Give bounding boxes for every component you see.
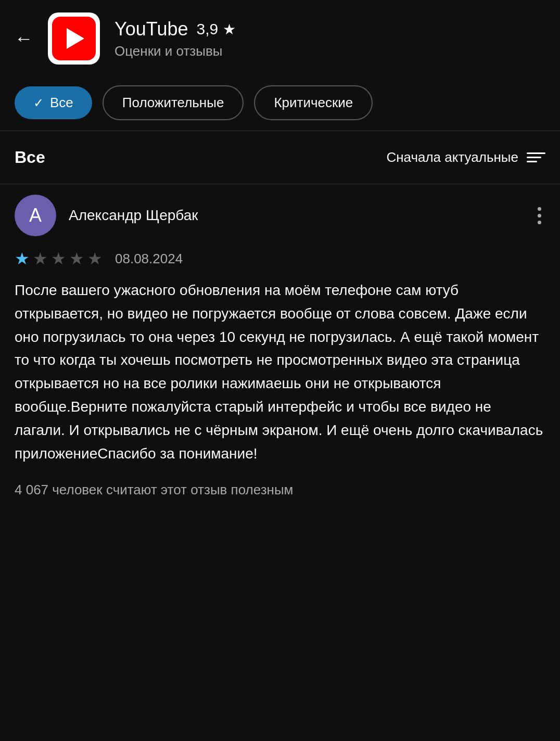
dot-3	[538, 221, 541, 224]
sort-options[interactable]: Сначала актуальные	[386, 149, 545, 165]
sort-line-3	[527, 161, 537, 162]
sort-line-2	[527, 157, 541, 158]
back-button[interactable]: ←	[15, 29, 33, 48]
tab-all-label: Все	[50, 95, 73, 111]
app-title: YouTube	[114, 18, 188, 40]
sort-text: Сначала актуальные	[386, 149, 518, 165]
reviewer-left: А Александр Щербак	[15, 195, 198, 236]
sort-line-1	[527, 152, 545, 154]
section-all-label: Все	[15, 148, 45, 167]
star-empty-5: ★	[87, 249, 103, 269]
avatar: А	[15, 195, 56, 236]
review-section: А Александр Щербак ★ ★ ★ ★ ★ 08.08.2024 …	[0, 184, 560, 508]
review-date: 08.08.2024	[115, 251, 183, 267]
star-empty-2: ★	[33, 249, 48, 269]
checkmark-icon: ✓	[33, 96, 44, 110]
app-info: YouTube 3,9 ★ Оценки и отзывы	[114, 18, 236, 59]
tab-positive-label: Положительные	[122, 95, 224, 110]
star-empty-3: ★	[51, 249, 66, 269]
app-rating: 3,9 ★	[196, 20, 235, 38]
app-subtitle: Оценки и отзывы	[114, 43, 236, 59]
tab-critical[interactable]: Критические	[254, 85, 373, 120]
star-empty-4: ★	[69, 249, 84, 269]
review-text: После вашего ужасного обновления на моём…	[15, 279, 545, 465]
dot-2	[538, 214, 541, 218]
sort-icon	[527, 152, 545, 162]
reviewer-name: Александр Щербак	[69, 207, 198, 224]
star-filled-1: ★	[15, 249, 30, 269]
play-icon	[67, 28, 84, 49]
app-title-row: YouTube 3,9 ★	[114, 18, 236, 40]
app-icon-inner	[52, 17, 96, 60]
tab-positive[interactable]: Положительные	[103, 85, 244, 120]
dot-1	[538, 207, 541, 211]
stars-date-row: ★ ★ ★ ★ ★ 08.08.2024	[15, 249, 545, 269]
app-header: ← YouTube 3,9 ★ Оценки и отзывы	[0, 0, 560, 75]
tab-all[interactable]: ✓ Все	[15, 86, 92, 119]
filter-tabs: ✓ Все Положительные Критические	[0, 75, 560, 131]
helpful-count: 4 067 человек считают этот отзыв полезны…	[15, 482, 294, 497]
rating-star-icon: ★	[223, 21, 236, 37]
reviewer-header: А Александр Щербак	[15, 195, 545, 236]
more-options-button[interactable]	[533, 203, 545, 228]
app-icon	[48, 12, 100, 65]
star-rating: ★ ★ ★ ★ ★	[15, 249, 103, 269]
sort-row: Все Сначала актуальные	[0, 131, 560, 184]
tab-critical-label: Критические	[274, 95, 353, 110]
